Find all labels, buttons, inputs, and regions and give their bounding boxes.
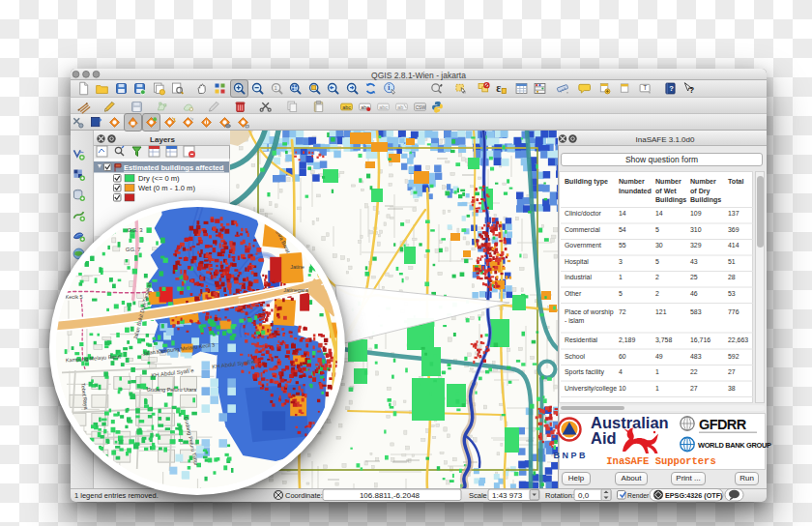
svg-text:Buildings: Buildings xyxy=(655,196,686,204)
svg-text:5: 5 xyxy=(619,290,623,297)
svg-text:121: 121 xyxy=(655,308,667,315)
svg-text:GG. 3: GG. 3 xyxy=(128,227,144,233)
svg-text:EPSG:4326 (OTF): EPSG:4326 (OTF) xyxy=(665,491,723,500)
svg-text:Render: Render xyxy=(627,492,650,499)
svg-text:137: 137 xyxy=(728,210,740,217)
svg-text:Coordinate:: Coordinate: xyxy=(285,491,323,500)
svg-text:0,0: 0,0 xyxy=(578,491,590,500)
svg-text:Wet (0 m - 1.0 m): Wet (0 m - 1.0 m) xyxy=(138,184,195,192)
svg-text:54: 54 xyxy=(619,226,626,233)
svg-text:Place of worship: Place of worship xyxy=(565,308,614,316)
svg-text:Hospital: Hospital xyxy=(565,258,589,266)
svg-text:30: 30 xyxy=(655,242,663,248)
svg-text:14: 14 xyxy=(655,210,663,217)
svg-text:38: 38 xyxy=(728,385,736,392)
svg-text:5: 5 xyxy=(655,258,659,265)
svg-text:2: 2 xyxy=(655,290,659,297)
svg-text:53: 53 xyxy=(728,290,736,297)
svg-text:of Dry: of Dry xyxy=(690,188,710,195)
svg-text:28: 28 xyxy=(728,274,736,280)
svg-text:B N P B: B N P B xyxy=(554,451,586,460)
svg-text:Inundated: Inundated xyxy=(619,188,652,195)
svg-text:Number: Number xyxy=(690,178,716,186)
svg-text:3,758: 3,758 xyxy=(655,336,672,343)
svg-text:Industrial: Industrial xyxy=(565,274,592,280)
svg-text:Number: Number xyxy=(619,178,645,186)
svg-text:WORLD BANK GROUP: WORLD BANK GROUP xyxy=(698,441,771,450)
svg-text:1 legend entries removed.: 1 legend entries removed. xyxy=(74,491,159,500)
svg-text:414: 414 xyxy=(728,242,740,248)
svg-text:Layers: Layers xyxy=(150,135,175,144)
svg-text:2,189: 2,189 xyxy=(619,336,635,343)
svg-text:Government: Government xyxy=(565,242,601,248)
svg-text:55: 55 xyxy=(619,242,626,248)
svg-text:106.8811,-6.2048: 106.8811,-6.2048 xyxy=(360,491,420,500)
svg-text:Clinic/doctor: Clinic/doctor xyxy=(565,210,602,217)
svg-text:Jatinegara: Jatinegara xyxy=(283,287,308,293)
svg-text:22,663: 22,663 xyxy=(728,336,748,343)
svg-text:22: 22 xyxy=(690,368,698,375)
svg-text:310: 310 xyxy=(690,226,702,233)
svg-text:Commercial: Commercial xyxy=(565,226,600,233)
svg-text:School: School xyxy=(565,353,586,360)
svg-text:27: 27 xyxy=(690,385,698,392)
svg-text:Scale: Scale xyxy=(469,491,487,500)
svg-text:1: 1 xyxy=(655,368,659,375)
svg-text:GFDRR: GFDRR xyxy=(699,417,747,432)
svg-text:25: 25 xyxy=(690,274,698,280)
svg-text:InaSAFE Supporters: InaSAFE Supporters xyxy=(606,455,715,467)
svg-text:51: 51 xyxy=(728,258,736,265)
svg-text:1: 1 xyxy=(655,385,659,392)
svg-text:Estimated buildings affected: Estimated buildings affected xyxy=(124,163,224,172)
svg-text:46: 46 xyxy=(690,290,698,297)
svg-text:wo Kecik 5: wo Kecik 5 xyxy=(56,294,82,300)
svg-text:592: 592 xyxy=(728,353,740,360)
svg-text:10: 10 xyxy=(619,385,626,392)
svg-text:GG. 7: GG. 7 xyxy=(126,247,142,252)
svg-text:60: 60 xyxy=(619,353,626,360)
svg-text:Residential: Residential xyxy=(565,336,598,343)
svg-text:Dry (<= 0 m): Dry (<= 0 m) xyxy=(138,174,180,183)
svg-text:Jatine: Jatine xyxy=(290,264,304,270)
svg-text:109: 109 xyxy=(690,210,702,217)
svg-text:Rotation:: Rotation: xyxy=(545,491,574,500)
svg-text:of Wet: of Wet xyxy=(655,188,677,195)
svg-text:483: 483 xyxy=(690,353,702,360)
svg-text:Buildings: Buildings xyxy=(690,196,721,204)
svg-text:4: 4 xyxy=(619,368,623,375)
svg-text:- islam: - islam xyxy=(565,317,585,324)
svg-text:1: 1 xyxy=(619,274,623,280)
svg-text:Gudang Peluru Utara: Gudang Peluru Utara xyxy=(147,387,198,393)
svg-text:43: 43 xyxy=(690,258,698,265)
svg-text:3: 3 xyxy=(619,258,623,265)
svg-text:14: 14 xyxy=(619,210,626,217)
svg-text:72: 72 xyxy=(619,308,626,315)
svg-text:16,716: 16,716 xyxy=(690,336,710,343)
svg-text:Other: Other xyxy=(565,290,582,297)
svg-text:369: 369 xyxy=(728,226,740,233)
svg-text:University/college: University/college xyxy=(565,385,617,393)
svg-text:1:43 973: 1:43 973 xyxy=(492,491,523,500)
svg-text:583: 583 xyxy=(690,308,702,315)
svg-text:49: 49 xyxy=(655,353,663,360)
svg-text:2: 2 xyxy=(655,274,659,280)
svg-text:Aid: Aid xyxy=(591,429,617,447)
svg-text:329: 329 xyxy=(690,242,702,248)
svg-text:Building type: Building type xyxy=(565,178,608,186)
svg-text:5: 5 xyxy=(655,226,659,233)
svg-text:776: 776 xyxy=(728,308,740,315)
svg-text:InaSAFE 3.1.0d0: InaSAFE 3.1.0d0 xyxy=(636,135,695,144)
svg-text:Total: Total xyxy=(728,178,743,186)
svg-text:Sports facility: Sports facility xyxy=(565,368,605,376)
svg-text:27: 27 xyxy=(728,368,736,375)
svg-text:Number: Number xyxy=(655,178,682,186)
